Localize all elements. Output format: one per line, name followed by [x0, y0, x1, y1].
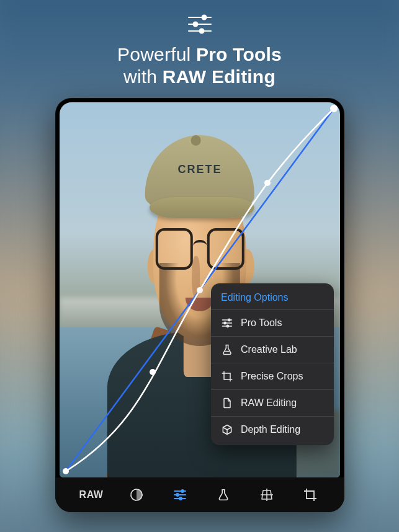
sliders-icon	[221, 317, 233, 329]
toolbar-perspective-button[interactable]	[257, 485, 277, 505]
menu-item-precise-crops[interactable]: Precise Crops	[211, 363, 334, 389]
toolbar-sliders-button[interactable]	[170, 485, 190, 505]
bottom-toolbar: RAW	[55, 477, 344, 512]
headline-line2-light: with	[123, 66, 157, 87]
flask-icon	[221, 344, 233, 356]
svg-point-22	[181, 490, 184, 492]
exposure-icon	[129, 487, 144, 502]
svg-point-24	[176, 494, 179, 496]
sliders-icon	[173, 487, 187, 502]
svg-point-5	[199, 29, 204, 33]
menu-item-label: RAW Editing	[241, 397, 297, 409]
menu-item-pro-tools[interactable]: Pro Tools	[211, 309, 334, 336]
menu-item-label: Pro Tools	[241, 317, 282, 329]
file-icon	[221, 397, 233, 409]
menu-item-creative-lab[interactable]: Creative Lab	[211, 336, 334, 363]
device-frame: CRETE Editing Options Pro Tools	[55, 98, 344, 512]
crop-icon	[303, 487, 318, 502]
menu-item-depth-editing[interactable]: Depth Editing	[211, 416, 334, 443]
perspective-icon	[259, 487, 274, 502]
photo-canvas[interactable]: CRETE Editing Options Pro Tools	[60, 102, 340, 477]
svg-point-9	[197, 287, 203, 293]
headline-line1-light: Powerful	[117, 44, 191, 64]
popover-title: Editing Options	[211, 291, 334, 309]
menu-item-label: Creative Lab	[241, 344, 297, 355]
headline-line2-bold: RAW Editing	[163, 66, 276, 87]
headline-line1-bold: Pro Tools	[196, 44, 282, 64]
headline: Powerful Pro Tools with RAW Editing	[117, 43, 282, 88]
svg-point-26	[179, 497, 182, 500]
svg-point-1	[202, 16, 206, 20]
menu-item-label: Depth Editing	[241, 424, 300, 435]
toolbar-raw-label: RAW	[79, 489, 104, 500]
svg-point-7	[63, 468, 69, 474]
svg-point-13	[228, 319, 230, 321]
crop-icon	[221, 370, 233, 383]
menu-item-label: Precise Crops	[241, 371, 303, 382]
cube-icon	[221, 423, 233, 436]
menu-item-raw-editing[interactable]: RAW Editing	[211, 389, 334, 416]
toolbar-exposure-button[interactable]	[127, 485, 146, 505]
editing-options-popover: Editing Options Pro Tools Creative Lab	[211, 283, 334, 445]
sliders-icon	[187, 14, 212, 35]
svg-point-8	[150, 369, 156, 375]
svg-point-10	[264, 180, 271, 186]
toolbar-raw-button[interactable]: RAW	[79, 485, 104, 505]
svg-point-11	[330, 105, 338, 112]
hero: Powerful Pro Tools with RAW Editing	[0, 14, 399, 88]
flask-icon	[217, 488, 230, 502]
svg-point-15	[224, 322, 226, 324]
svg-point-3	[193, 22, 197, 27]
toolbar-flask-button[interactable]	[213, 485, 233, 505]
svg-point-17	[226, 325, 228, 327]
toolbar-crop-button[interactable]	[300, 485, 320, 505]
